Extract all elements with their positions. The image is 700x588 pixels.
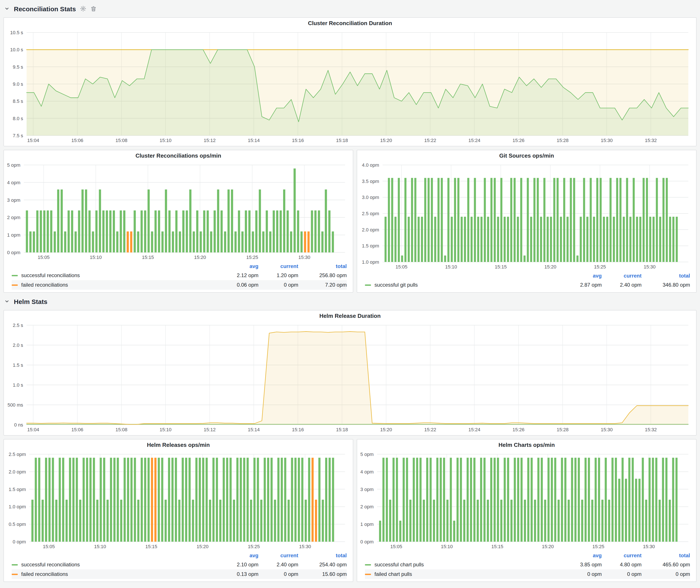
svg-text:2.5 s: 2.5 s bbox=[13, 323, 23, 328]
legend: avg current total successful git pulls 2… bbox=[357, 271, 696, 291]
legend-item[interactable]: successful reconciliations bbox=[12, 272, 219, 278]
svg-text:15:05: 15:05 bbox=[43, 544, 55, 549]
panel-title[interactable]: Helm Charts ops/min bbox=[357, 439, 696, 451]
svg-text:15:10: 15:10 bbox=[160, 427, 171, 432]
panel-title[interactable]: Cluster Reconciliations ops/min bbox=[4, 150, 353, 162]
svg-text:3.0 opm: 3.0 opm bbox=[362, 195, 379, 200]
svg-text:0.5 opm: 0.5 opm bbox=[9, 522, 26, 527]
panel-title[interactable]: Helm Release Duration bbox=[4, 310, 696, 322]
series-label: successful git pulls bbox=[374, 282, 418, 288]
bar-chart-git-sources-ops[interactable]: 1.0 opm1.5 opm2.0 opm2.5 opm3.0 opm3.5 o… bbox=[359, 162, 693, 271]
series-current: 0 opm bbox=[258, 282, 298, 288]
svg-text:15:30: 15:30 bbox=[601, 138, 613, 143]
svg-text:2.5 opm: 2.5 opm bbox=[9, 452, 26, 457]
legend-row-failed-reconciliations: failed reconciliations 0.13 opm 0 opm 15… bbox=[12, 569, 347, 579]
svg-text:15:26: 15:26 bbox=[513, 427, 524, 432]
svg-text:1 opm: 1 opm bbox=[7, 232, 20, 238]
section-header-helm-stats[interactable]: Helm Stats bbox=[4, 296, 697, 307]
panel-title[interactable]: Helm Releases ops/min bbox=[4, 439, 353, 451]
svg-text:15:24: 15:24 bbox=[468, 427, 480, 432]
svg-text:15:22: 15:22 bbox=[424, 138, 436, 143]
legend-header-total[interactable]: total bbox=[298, 263, 347, 269]
gear-icon[interactable] bbox=[80, 6, 86, 12]
legend-item[interactable]: failed reconciliations bbox=[12, 282, 219, 288]
series-current: 1.20 opm bbox=[258, 272, 298, 278]
legend-header-avg[interactable]: avg bbox=[562, 273, 602, 279]
series-label: failed chart pulls bbox=[374, 571, 412, 577]
chevron-down-icon[interactable] bbox=[4, 299, 10, 304]
svg-text:2.5 opm: 2.5 opm bbox=[362, 211, 379, 216]
section-title[interactable]: Reconciliation Stats bbox=[14, 5, 76, 12]
svg-text:15:18: 15:18 bbox=[336, 138, 348, 143]
svg-text:15:32: 15:32 bbox=[645, 138, 657, 143]
svg-text:8.5 s: 8.5 s bbox=[13, 99, 23, 104]
svg-text:15:10: 15:10 bbox=[441, 544, 453, 549]
trash-icon[interactable] bbox=[91, 6, 97, 12]
svg-text:7.5 s: 7.5 s bbox=[13, 133, 23, 138]
svg-text:15:32: 15:32 bbox=[645, 427, 657, 432]
series-label: failed reconciliations bbox=[21, 571, 68, 577]
time-series-helm-release-duration[interactable]: 0 ns500 ms1.0 s1.5 s2.0 s2.5 s15:0415:06… bbox=[6, 322, 693, 433]
series-label: successful reconciliations bbox=[21, 272, 80, 278]
legend-row-successful-chart-pulls: successful chart pulls 3.85 opm 4.80 opm… bbox=[365, 560, 690, 569]
bar-chart-helm-releases-ops[interactable]: 0 opm0.5 opm1.0 opm1.5 opm2.0 opm2.5 opm… bbox=[6, 451, 349, 550]
series-swatch bbox=[365, 564, 371, 565]
svg-text:9.5 s: 9.5 s bbox=[13, 64, 23, 70]
svg-text:15:28: 15:28 bbox=[557, 427, 569, 432]
svg-text:10.5 s: 10.5 s bbox=[10, 30, 23, 35]
svg-text:15:20: 15:20 bbox=[542, 544, 554, 549]
svg-text:9.0 s: 9.0 s bbox=[13, 81, 23, 87]
legend-item[interactable]: successful reconciliations bbox=[12, 562, 219, 568]
svg-text:1 opm: 1 opm bbox=[360, 522, 374, 527]
legend-header-total[interactable]: total bbox=[642, 273, 690, 279]
svg-text:15:06: 15:06 bbox=[71, 138, 83, 143]
legend-row-successful-reconciliations: successful reconciliations 2.12 opm 1.20… bbox=[12, 271, 347, 280]
svg-text:5 opm: 5 opm bbox=[360, 452, 374, 457]
svg-text:15:05: 15:05 bbox=[390, 544, 402, 549]
svg-text:15:18: 15:18 bbox=[336, 427, 348, 432]
svg-text:3 opm: 3 opm bbox=[360, 487, 374, 492]
time-series-cluster-reconciliation-duration[interactable]: 7.5 s8.0 s8.5 s9.0 s9.5 s10.0 s10.5 s15:… bbox=[6, 29, 693, 144]
legend-item[interactable]: successful git pulls bbox=[365, 282, 562, 288]
bar-chart-helm-charts-ops[interactable]: 0 opm1 opm2 opm3 opm4 opm5 opm15:0515:10… bbox=[359, 451, 693, 550]
series-total: 254.40 opm bbox=[298, 562, 347, 568]
svg-text:500 ms: 500 ms bbox=[8, 402, 23, 408]
svg-text:15:12: 15:12 bbox=[204, 138, 216, 143]
legend-header-total[interactable]: total bbox=[298, 552, 347, 559]
legend-header-current[interactable]: current bbox=[602, 552, 642, 559]
legend-item[interactable]: failed chart pulls bbox=[365, 571, 562, 577]
legend-header-avg[interactable]: avg bbox=[219, 263, 258, 269]
legend-header-current[interactable]: current bbox=[258, 552, 298, 559]
svg-text:8.0 s: 8.0 s bbox=[13, 116, 23, 121]
legend-item[interactable]: failed reconciliations bbox=[12, 571, 219, 577]
svg-text:15:25: 15:25 bbox=[594, 264, 606, 270]
legend-header-current[interactable]: current bbox=[602, 273, 642, 279]
chevron-down-icon[interactable] bbox=[4, 6, 10, 11]
svg-text:15:30: 15:30 bbox=[601, 427, 613, 432]
series-total: 15.60 opm bbox=[298, 571, 347, 577]
bar-chart-cluster-reconciliations-ops[interactable]: 0 opm1 opm2 opm3 opm4 opm5 opm15:0515:10… bbox=[6, 162, 349, 261]
svg-text:3.5 opm: 3.5 opm bbox=[362, 179, 379, 184]
section-title[interactable]: Helm Stats bbox=[14, 298, 47, 305]
legend-item[interactable]: successful chart pulls bbox=[365, 562, 562, 568]
svg-text:0 opm: 0 opm bbox=[7, 250, 20, 255]
series-swatch bbox=[12, 284, 18, 286]
svg-text:15:15: 15:15 bbox=[495, 264, 507, 270]
legend-header-avg[interactable]: avg bbox=[562, 552, 602, 559]
legend-header-current[interactable]: current bbox=[258, 263, 298, 269]
svg-text:15:25: 15:25 bbox=[592, 544, 604, 549]
panel-git-sources-ops: Git Sources ops/min 1.0 opm1.5 opm2.0 op… bbox=[357, 150, 697, 293]
legend-header-avg[interactable]: avg bbox=[219, 552, 258, 559]
legend-header-row: avg current total bbox=[365, 551, 690, 560]
svg-text:15:26: 15:26 bbox=[513, 138, 524, 143]
panel-title[interactable]: Cluster Reconciliation Duration bbox=[4, 18, 696, 29]
series-avg: 2.87 opm bbox=[562, 282, 602, 288]
panel-cluster-reconciliation-duration: Cluster Reconciliation Duration 7.5 s8.0… bbox=[3, 17, 697, 146]
series-label: successful chart pulls bbox=[374, 562, 424, 568]
section-header-reconciliation-stats[interactable]: Reconciliation Stats bbox=[4, 3, 697, 14]
panel-title[interactable]: Git Sources ops/min bbox=[357, 150, 696, 162]
legend-row-successful-reconciliations: successful reconciliations 2.10 opm 2.40… bbox=[12, 560, 347, 569]
svg-text:15:16: 15:16 bbox=[292, 138, 304, 143]
svg-text:1.0 opm: 1.0 opm bbox=[362, 259, 379, 265]
legend-header-total[interactable]: total bbox=[642, 552, 690, 559]
